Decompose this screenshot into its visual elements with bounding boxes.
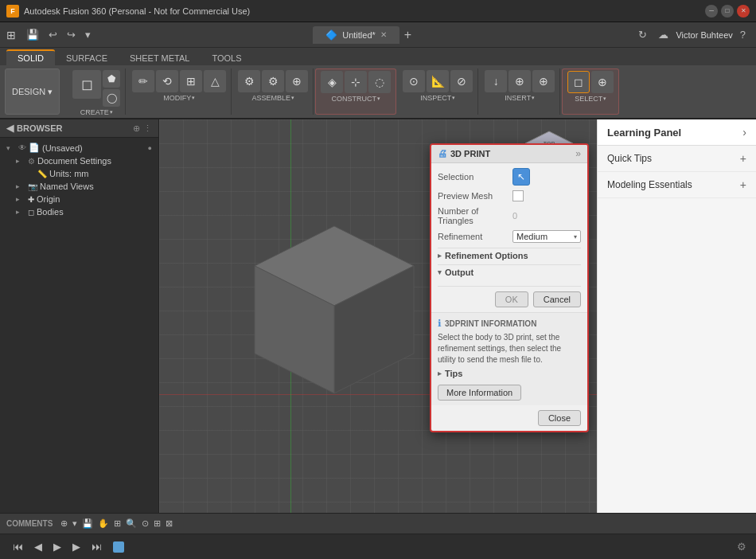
inspect-label[interactable]: INSPECT (420, 94, 455, 102)
insert-icon2[interactable]: ⊕ (509, 70, 531, 92)
add-tab-button[interactable]: + (399, 28, 416, 42)
create-label[interactable]: CREATE (80, 108, 113, 116)
maximize-button[interactable]: □ (721, 5, 734, 18)
selection-button[interactable]: ↖ (512, 168, 530, 186)
modify-icon2[interactable]: ⟲ (156, 70, 178, 92)
refinement-dropdown[interactable]: Medium ▾ (512, 230, 581, 243)
modify-label[interactable]: MODIFY (163, 94, 195, 102)
pan-icon[interactable]: ✋ (96, 518, 111, 529)
tab-sheet-metal[interactable]: SHEET METAL (119, 51, 201, 65)
tab-surface[interactable]: SURFACE (55, 51, 119, 65)
tree-item-units[interactable]: 📏 Units: mm (0, 167, 158, 180)
tree-item-bodies[interactable]: ▸ ◻ Bodies (0, 205, 158, 218)
construct-icon1[interactable]: ◈ (321, 71, 343, 93)
create-revolve-icon[interactable]: ⬟ (103, 70, 120, 88)
modify-icon3[interactable]: ⊞ (180, 70, 202, 92)
visibility-icon2[interactable]: ⚙ (28, 157, 35, 166)
select-icon2[interactable]: ⊕ (591, 71, 614, 93)
help-icon[interactable]: ? (736, 26, 750, 43)
skip-start-button[interactable]: ⏮ (10, 539, 26, 554)
play-button[interactable]: ▶ (50, 539, 64, 554)
orbit-icon[interactable]: ⊕ (59, 518, 69, 529)
fit-icon[interactable]: ⊞ (112, 518, 123, 529)
cloud-icon[interactable]: ☁ (654, 26, 672, 43)
modify-icon1[interactable]: ✏ (132, 70, 154, 92)
close-tab-icon[interactable]: ✕ (380, 30, 387, 39)
modeling-essentials-plus-icon[interactable]: + (740, 178, 746, 191)
modify-icon4[interactable]: △ (204, 70, 226, 92)
wireframe-icon[interactable]: ⊠ (164, 518, 174, 529)
tree-item-origin[interactable]: ▸ ✚ Origin (0, 193, 158, 205)
display-icon[interactable]: ⊙ (140, 518, 150, 529)
ok-button[interactable]: OK (495, 291, 528, 307)
tab-solid[interactable]: SOLID (6, 49, 55, 65)
cancel-button[interactable]: Cancel (533, 291, 581, 307)
collapse-browser-icon[interactable]: ◀ (6, 123, 14, 134)
play-controls: ⏮ ◀ ▶ ▶ ⏭ ⚙ (0, 534, 756, 559)
select-label[interactable]: SELECT (575, 95, 606, 103)
inspect-icon1[interactable]: ⊙ (403, 70, 425, 92)
preview-mesh-label: Preview Mesh (438, 191, 509, 201)
step-forward-button[interactable]: ▶ (69, 539, 84, 554)
construct-icon2[interactable]: ⊹ (345, 71, 367, 93)
grid-icon[interactable]: ⊞ (152, 518, 162, 529)
save-view-icon[interactable]: 💾 (80, 518, 95, 529)
more-icon[interactable]: ▾ (81, 26, 95, 43)
construct-label[interactable]: CONSTRUCT (331, 95, 380, 103)
assemble-label[interactable]: ASSEMBLE (251, 94, 294, 102)
insert-icon3[interactable]: ⊕ (532, 70, 555, 92)
menu-button[interactable]: ⊞ (6, 29, 16, 41)
preview-mesh-checkbox[interactable] (512, 190, 524, 201)
orbit-down-icon[interactable]: ▾ (71, 518, 79, 529)
visibility-icon[interactable]: 👁 (18, 143, 26, 152)
design-button[interactable]: DESIGN ▾ (5, 68, 60, 115)
tips-expand-icon: ▸ (438, 369, 442, 377)
learning-panel-arrow[interactable]: › (742, 126, 746, 139)
refinement-value: Medium (516, 232, 548, 241)
tips-row[interactable]: ▸ Tips (438, 369, 581, 378)
minimize-button[interactable]: ─ (705, 5, 718, 18)
window-controls: ─ □ ✕ (705, 5, 750, 18)
refinement-options-section[interactable]: ▸ Refinement Options (438, 248, 581, 263)
step-back-button[interactable]: ◀ (31, 539, 45, 554)
insert-label[interactable]: INSERT (505, 94, 535, 102)
create-extrude-icon[interactable]: ◻ (72, 70, 101, 99)
skip-end-button[interactable]: ⏭ (88, 539, 105, 554)
save-icon[interactable]: 💾 (22, 26, 43, 43)
close-button[interactable]: ✕ (737, 5, 750, 18)
tree-item-named-views[interactable]: ▸ 📷 Named Views (0, 180, 158, 193)
quick-tips-plus-icon[interactable]: + (740, 152, 746, 165)
undo-icon[interactable]: ↩ (45, 26, 61, 43)
browser-menu-icon[interactable]: ⋮ (143, 123, 152, 134)
refresh-icon[interactable]: ↻ (634, 26, 651, 43)
lp-item-quick-tips[interactable]: Quick Tips + (598, 146, 756, 172)
zoom-icon[interactable]: 🔍 (124, 518, 138, 529)
assemble-icon2[interactable]: ⚙ (262, 70, 284, 92)
settings-icon[interactable]: ⚙ (737, 541, 746, 553)
dialog-move-icon[interactable]: » (575, 148, 581, 159)
more-info-button[interactable]: More Information (438, 385, 521, 401)
inspect-icon2[interactable]: 📐 (427, 70, 449, 92)
construct-icon3[interactable]: ◌ (368, 71, 391, 93)
assemble-icon1[interactable]: ⚙ (238, 70, 260, 92)
insert-group: ↓ ⊕ ⊕ INSERT (480, 68, 560, 115)
inspect-icon3[interactable]: ⊘ (450, 70, 473, 92)
create-sweep-icon[interactable]: ◯ (103, 89, 120, 107)
tree-item-unsaved[interactable]: ▾ 👁 📄 (Unsaved) ● (0, 141, 158, 154)
assemble-icon3[interactable]: ⊕ (286, 70, 308, 92)
tree-item-doc-settings[interactable]: ▸ ⚙ Document Settings (0, 154, 158, 167)
tab-tools[interactable]: TOOLS (201, 51, 252, 65)
triangles-row: Number of Triangles 0 (438, 206, 581, 225)
document-tab[interactable]: 🔷 Untitled* ✕ (313, 26, 399, 44)
select-icon1[interactable]: ◻ (567, 71, 590, 93)
browser-search-icon[interactable]: ⊕ (133, 123, 140, 134)
insert-icon1[interactable]: ↓ (485, 70, 507, 92)
lp-item-modeling-essentials[interactable]: Modeling Essentials + (598, 172, 756, 198)
close-dialog-button[interactable]: Close (538, 410, 581, 426)
redo-icon[interactable]: ↪ (63, 26, 80, 43)
output-section[interactable]: ▾ Output (438, 264, 581, 280)
viewport[interactable]: TOP RIGHT FRONT 🖨 3D PRINT » (159, 119, 597, 513)
record-icon[interactable]: ● (148, 144, 152, 152)
units-icon: 📏 (37, 170, 47, 178)
triangles-label: Number of Triangles (438, 206, 509, 225)
